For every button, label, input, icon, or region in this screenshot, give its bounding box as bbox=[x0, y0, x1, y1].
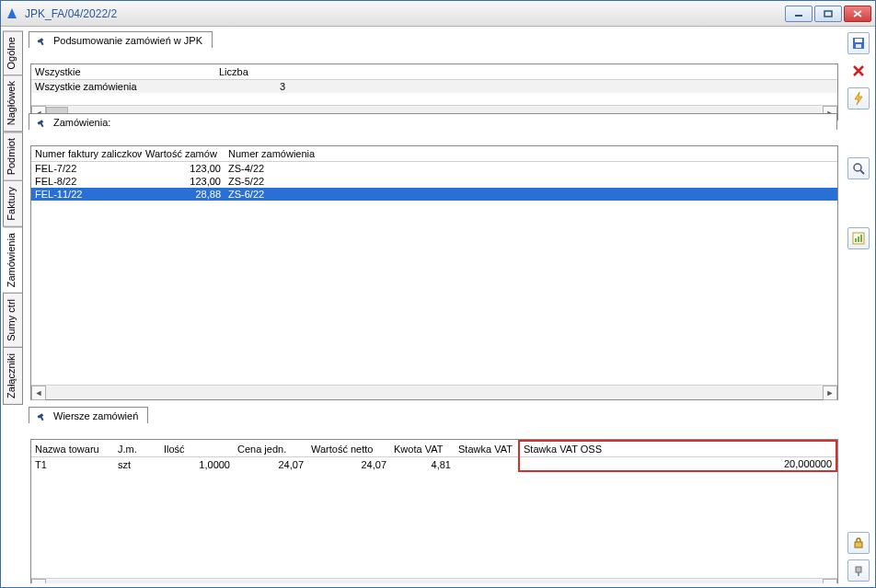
delete-button[interactable] bbox=[847, 60, 870, 82]
window-title: JPK_FA/04/2022/2 bbox=[25, 7, 117, 20]
maximize-button[interactable] bbox=[814, 6, 842, 22]
pin-icon bbox=[851, 563, 866, 578]
table-row[interactable]: FEL-7/22 123,00 ZS-4/22 bbox=[31, 162, 837, 176]
lines-col-vatrate[interactable]: Stawka VAT bbox=[455, 441, 519, 457]
svg-rect-7 bbox=[855, 238, 857, 242]
tab-zamowienia[interactable]: Zamówienia bbox=[3, 226, 23, 294]
table-row[interactable]: FEL-8/22 123,00 ZS-5/22 bbox=[31, 175, 837, 188]
bolt-icon bbox=[851, 91, 866, 106]
orders-col-order[interactable]: Numer zamówienia bbox=[225, 146, 335, 162]
lines-col-name[interactable]: Nazwa towaru bbox=[31, 441, 114, 457]
lines-col-price[interactable]: Cena jedn. bbox=[234, 441, 307, 457]
lines-grid[interactable]: Nazwa towaru J.m. Ilość Cena jedn. Warto… bbox=[31, 440, 837, 578]
tab-sumy-ctrl[interactable]: Sumy ctrl bbox=[3, 293, 23, 348]
orders-panel-title: Zamówienia: bbox=[29, 113, 837, 130]
svg-rect-10 bbox=[855, 542, 862, 548]
tab-faktury[interactable]: Faktury bbox=[3, 180, 23, 227]
orders-col-invoice[interactable]: Numer faktury zaliczkow bbox=[31, 146, 142, 162]
chart-icon bbox=[851, 231, 866, 246]
scroll-left-icon[interactable]: ◄ bbox=[31, 386, 46, 400]
titlebar: JPK_FA/04/2022/2 bbox=[1, 1, 875, 27]
svg-rect-0 bbox=[795, 15, 802, 17]
summary-title-text: Podsumowanie zamówień w JPK bbox=[53, 35, 202, 46]
lines-hscroll[interactable]: ◄ ► bbox=[31, 578, 837, 583]
tab-naglowek[interactable]: Nagłówek bbox=[3, 75, 23, 132]
lines-col-net[interactable]: Wartość netto bbox=[307, 441, 390, 457]
lines-title-text: Wiersze zamówień bbox=[53, 410, 138, 421]
magnifier-icon bbox=[851, 161, 866, 176]
misc-button[interactable] bbox=[847, 559, 870, 582]
chart-button[interactable] bbox=[847, 227, 870, 249]
svg-point-5 bbox=[854, 164, 861, 171]
tab-podmiot[interactable]: Podmiot bbox=[3, 132, 23, 181]
tab-ogolne[interactable]: Ogólne bbox=[3, 30, 23, 75]
summary-col-name[interactable]: Wszystkie bbox=[31, 64, 215, 80]
lines-col-vatoss[interactable]: Stawka VAT OSS bbox=[519, 441, 836, 457]
svg-rect-4 bbox=[856, 44, 861, 48]
action-button[interactable] bbox=[847, 87, 870, 110]
lock-icon bbox=[851, 536, 866, 550]
lines-panel-title: Wiersze zamówień bbox=[29, 407, 148, 423]
app-icon bbox=[5, 6, 19, 21]
summary-col-count[interactable]: Liczba bbox=[215, 64, 289, 80]
summary-panel-title: Podsumowanie zamówień w JPK bbox=[29, 31, 213, 48]
svg-rect-3 bbox=[855, 39, 862, 42]
main-content: Podsumowanie zamówień w JPK Wszystkie Li… bbox=[27, 30, 842, 583]
scroll-right-icon[interactable]: ► bbox=[823, 386, 837, 400]
scroll-right-icon[interactable]: ► bbox=[823, 579, 837, 584]
table-row[interactable]: T1 szt 1,0000 24,07 24,07 4,81 20,000000 bbox=[31, 457, 836, 472]
svg-rect-9 bbox=[860, 235, 862, 242]
summary-grid[interactable]: Wszystkie Liczba Wszystkie zamówienia 3 bbox=[31, 64, 837, 105]
pin-icon bbox=[35, 35, 48, 46]
scroll-left-icon[interactable]: ◄ bbox=[31, 579, 46, 584]
lines-col-qty[interactable]: Ilość bbox=[160, 441, 234, 457]
svg-rect-1 bbox=[824, 11, 832, 17]
lines-col-uom[interactable]: J.m. bbox=[114, 441, 160, 457]
orders-grid[interactable]: Numer faktury zaliczkow Wartość zamów Nu… bbox=[31, 146, 837, 385]
close-button[interactable] bbox=[844, 6, 871, 22]
preview-button[interactable] bbox=[847, 157, 870, 179]
orders-col-value[interactable]: Wartość zamów bbox=[142, 146, 225, 162]
orders-title-text: Zamówienia: bbox=[53, 117, 110, 128]
orders-hscroll[interactable]: ◄ ► bbox=[31, 385, 837, 399]
minimize-button[interactable] bbox=[785, 6, 813, 22]
pin-icon bbox=[35, 117, 48, 128]
right-toolbar bbox=[846, 30, 871, 583]
table-row[interactable]: Wszystkie zamówienia 3 bbox=[31, 80, 837, 94]
save-button[interactable] bbox=[847, 32, 870, 54]
pin-icon bbox=[35, 410, 48, 421]
side-tabs: Ogólne Nagłówek Podmiot Faktury Zamówien… bbox=[3, 30, 23, 583]
table-row[interactable]: FEL-11/22 28,88 ZS-6/22 bbox=[31, 188, 837, 201]
svg-rect-8 bbox=[858, 236, 859, 242]
lock-button[interactable] bbox=[847, 532, 870, 554]
lines-col-vatamt[interactable]: Kwota VAT bbox=[390, 441, 455, 457]
x-icon bbox=[851, 63, 866, 78]
app-window: JPK_FA/04/2022/2 Ogólne Nagłówek Podmiot… bbox=[0, 0, 876, 588]
floppy-icon bbox=[851, 36, 866, 51]
svg-rect-11 bbox=[856, 567, 861, 572]
tab-zalaczniki[interactable]: Załączniki bbox=[3, 347, 23, 405]
